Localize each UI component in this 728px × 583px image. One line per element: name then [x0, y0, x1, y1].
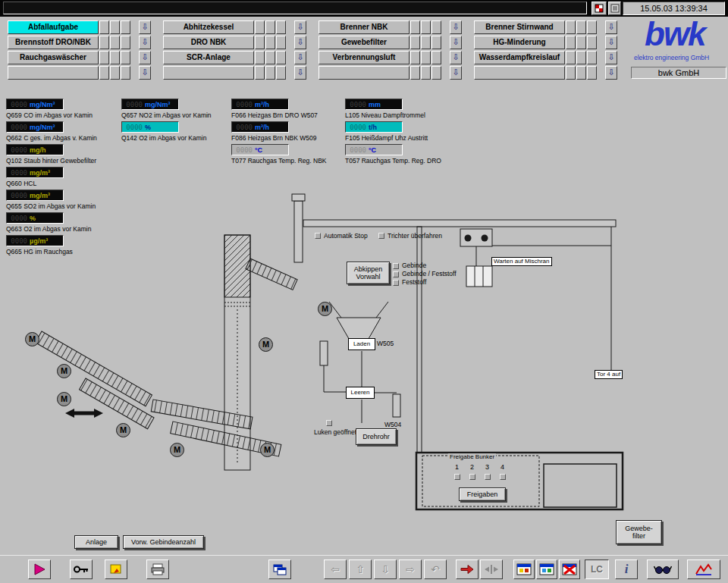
nav-page-down-button[interactable]: ⇩ — [139, 66, 151, 80]
fit-view-button[interactable] — [480, 559, 503, 579]
nav-indicator — [587, 36, 597, 49]
nav-button-brennstoff-dro-nbk[interactable]: Brennstoff DRO/NBK — [8, 36, 99, 49]
collapse-arrows-icon — [483, 563, 500, 576]
play-icon — [31, 563, 48, 576]
start-button[interactable] — [28, 559, 51, 579]
nav-down-button[interactable]: ⇩ — [374, 559, 397, 579]
nav-button-brenner-stirnwand[interactable]: Brenner Stirnwand — [474, 20, 565, 34]
nav-button-gewebefilter[interactable]: Gewebefilter — [318, 36, 410, 49]
nav-right-button[interactable]: ⇨ — [399, 559, 422, 579]
message-list-button[interactable] — [608, 2, 621, 15]
gewebefilter-screen-button[interactable]: Gewebe- filter — [616, 520, 662, 544]
nav-button-empty[interactable] — [318, 66, 410, 80]
info-button[interactable]: i — [615, 559, 638, 579]
nav-button-empty[interactable] — [163, 66, 254, 80]
nav-page-down-button[interactable]: ⇩ — [294, 66, 306, 80]
measurement-t057: 0000°C T057 Rauchgas Temp. Reg. DRO — [345, 144, 460, 165]
freigaben-button[interactable]: Freigaben — [459, 487, 506, 501]
alarm-flag-icon — [594, 3, 604, 14]
nav-up-button[interactable]: ⇧ — [349, 559, 372, 579]
view-glasses-button[interactable] — [647, 559, 679, 579]
goto-screen-button[interactable] — [456, 559, 479, 579]
measurement-value: 0000 — [8, 146, 27, 154]
nav-page-down-button[interactable]: ⇩ — [139, 51, 151, 64]
nav-back-button[interactable]: ↶ — [424, 559, 447, 579]
anlage-button[interactable]: Anlage — [74, 535, 118, 549]
nav-button-abhitzekessel[interactable]: Abhitzekessel — [163, 20, 254, 34]
window-icon — [538, 563, 555, 576]
drop-pipe-cap — [292, 194, 305, 201]
nav-page-down-button[interactable]: ⇩ — [605, 36, 617, 49]
measurement-label: Q655 SO2 im Abgas vor Kamin — [6, 202, 121, 210]
laden-status-box: Laden — [348, 338, 375, 350]
nav-button-wasserdampfkreislauf[interactable]: Wasserdampfkreislauf — [474, 51, 565, 64]
nav-button-hg-minderung[interactable]: HG-Minderung — [474, 36, 565, 49]
nav-indicator — [576, 20, 586, 34]
nav-page-down-button[interactable]: ⇩ — [450, 36, 462, 49]
nav-page-down-button[interactable]: ⇩ — [139, 36, 151, 49]
measurement-label: Q142 O2 im Abgas vor Kamin — [121, 134, 237, 142]
value-display: 0000µg/m³ — [6, 235, 64, 246]
picture-select-button[interactable] — [268, 559, 291, 579]
trend-curve-button[interactable] — [687, 559, 720, 579]
nav-page-down-button[interactable]: ⇩ — [450, 66, 462, 80]
print-button[interactable] — [146, 559, 169, 579]
nav-page-down-button[interactable]: ⇩ — [294, 20, 306, 34]
nav-indicator — [121, 51, 130, 64]
recipe-button[interactable] — [105, 559, 127, 579]
crane-runway-beam — [303, 220, 616, 227]
drehrohr-label: Drehrohr — [362, 433, 390, 440]
nav-page-down-button[interactable]: ⇩ — [605, 20, 617, 34]
crane-trolley — [460, 229, 492, 266]
trichter-ueberfahren-label: Trichter überfahren — [388, 232, 442, 240]
nav-button-scr-anlage[interactable]: SCR-Anlage — [163, 51, 254, 64]
window-1-button[interactable] — [513, 559, 535, 579]
nav-button-brenner-nbk[interactable]: Brenner NBK — [318, 20, 410, 34]
nav-page-down-button[interactable]: ⇩ — [294, 51, 306, 64]
nav-page-down-button[interactable]: ⇩ — [605, 66, 617, 80]
valve-w504-label: W504 — [384, 421, 401, 428]
drehrohr-button[interactable]: Drehrohr — [356, 428, 397, 445]
measurement-label: Q662 C ges. im Abgas v. Kamin — [6, 134, 121, 142]
windows-icon — [271, 563, 288, 576]
hmi-screen: { "titlebar": { "message": "", "datetime… — [0, 0, 728, 583]
nav-page-down-button[interactable]: ⇩ — [139, 20, 151, 34]
drop-pipe — [294, 201, 303, 262]
nav-page-down-button[interactable]: ⇩ — [450, 20, 462, 34]
nav-indicator — [431, 36, 441, 49]
nav-indicator — [265, 66, 275, 80]
vorwahl-gebindeanzahl-button[interactable]: Vorw. Gebindeanzahl — [123, 535, 204, 549]
abkippen-vorwahl-button[interactable]: Abkippen Vorwahl — [347, 262, 390, 284]
feststoff-label: Feststoff — [402, 278, 426, 286]
value-display: 0000m³/h — [231, 99, 289, 110]
nav-indicator — [566, 20, 576, 34]
nav-button-empty[interactable] — [474, 66, 565, 80]
nav-left-button[interactable]: ⇦ — [324, 559, 347, 579]
nav-button-dro-nbk[interactable]: DRO NBK — [163, 36, 254, 49]
measurement-unit: mg/m³ — [30, 169, 50, 177]
window-2-button[interactable] — [536, 559, 557, 579]
bunker-number-4: 4 — [500, 463, 504, 471]
alarm-ack-button[interactable] — [592, 2, 607, 15]
motor-symbol: M — [170, 443, 184, 457]
nav-indicator — [99, 20, 109, 34]
nav-page-down-button[interactable]: ⇩ — [605, 51, 617, 64]
nav-indicator — [255, 66, 265, 80]
nav-button-abfallaufgabe[interactable]: Abfallaufgabe — [8, 20, 99, 34]
measurement-f105: 0000t/h F105 Heißdampf Uhz Austritt — [345, 121, 460, 142]
nav-page-down-button[interactable]: ⇩ — [294, 36, 306, 49]
measurement-f066: 0000m³/h F066 Heizgas Brn DRO W507 — [231, 99, 347, 119]
nav-button-empty[interactable] — [8, 66, 99, 80]
login-key-button[interactable] — [70, 559, 93, 579]
alarm-message-line[interactable] — [3, 2, 587, 14]
nav-indicator — [421, 51, 431, 64]
nav-indicator — [276, 20, 286, 34]
nav-indicator — [576, 36, 586, 49]
nav-button-verbrennungsluft[interactable]: Verbrennungsluft — [318, 51, 410, 64]
nav-button-rauchgaswaescher[interactable]: Rauchgaswäscher — [8, 51, 99, 64]
measurement-value: 0000 — [8, 169, 27, 177]
lc-tool-button[interactable]: LC — [585, 559, 609, 579]
datetime-display: 15.05.03 13:39:34 — [623, 2, 725, 15]
window-close-button[interactable] — [559, 559, 580, 579]
nav-page-down-button[interactable]: ⇩ — [450, 51, 462, 64]
